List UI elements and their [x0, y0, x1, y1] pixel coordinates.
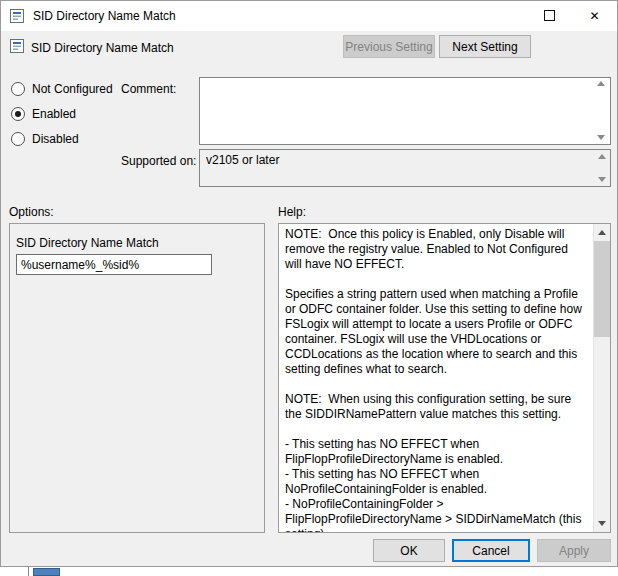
scroll-up-icon [598, 230, 606, 235]
cancel-button[interactable]: Cancel [452, 539, 530, 562]
radio-disabled-circle[interactable] [11, 132, 25, 146]
scroll-down-icon [598, 521, 606, 526]
radio-not-configured-label: Not Configured [32, 82, 113, 96]
supported-scroll-up-icon[interactable] [598, 154, 606, 159]
radio-enabled-label: Enabled [32, 107, 76, 121]
setting-title: SID Directory Name Match [31, 41, 174, 55]
title-bar: SID Directory Name Match ✕ [1, 1, 617, 31]
radio-not-configured[interactable]: Not Configured [11, 81, 113, 97]
window-title: SID Directory Name Match [33, 1, 176, 31]
supported-on-text: v2105 or later [206, 153, 279, 167]
previous-setting-button[interactable]: Previous Setting [343, 35, 435, 58]
radio-disabled-label: Disabled [32, 132, 79, 146]
help-text: NOTE: Once this policy is Enabled, only … [279, 224, 593, 532]
options-section-label: Options: [9, 205, 54, 219]
apply-button[interactable]: Apply [537, 539, 611, 562]
comment-input[interactable] [199, 77, 611, 145]
options-panel: SID Directory Name Match [9, 223, 265, 533]
radio-not-configured-circle[interactable] [11, 82, 25, 96]
help-scrollbar[interactable] [593, 224, 610, 532]
maximize-button[interactable] [527, 1, 572, 30]
background-table-border [28, 567, 29, 576]
comment-scroll-up-icon[interactable] [597, 81, 605, 86]
sid-directory-name-match-input[interactable] [16, 254, 212, 275]
scroll-down-button[interactable] [594, 515, 610, 532]
maximize-icon [544, 10, 555, 21]
background-window-fragment [0, 567, 618, 576]
supported-scroll-down-icon[interactable] [598, 177, 606, 182]
supported-on-label: Supported on: [121, 154, 196, 168]
ok-button[interactable]: OK [373, 539, 445, 562]
help-panel: NOTE: Once this policy is Enabled, only … [278, 223, 611, 533]
supported-on-value[interactable]: v2105 or later [199, 149, 611, 187]
radio-disabled[interactable]: Disabled [11, 131, 79, 147]
close-icon: ✕ [589, 10, 599, 22]
scroll-up-button[interactable] [594, 224, 610, 241]
scrollbar-thumb[interactable] [594, 241, 610, 337]
radio-enabled[interactable]: Enabled [11, 106, 76, 122]
policy-setting-icon [9, 38, 25, 54]
next-setting-button[interactable]: Next Setting [439, 35, 531, 58]
comment-label: Comment: [121, 82, 176, 96]
radio-enabled-circle[interactable] [11, 107, 25, 121]
background-selected-cell [33, 568, 60, 576]
options-field-label: SID Directory Name Match [16, 236, 159, 250]
window-icon [9, 8, 25, 24]
close-button[interactable]: ✕ [572, 1, 617, 30]
comment-scroll-down-icon[interactable] [597, 135, 605, 140]
policy-setting-dialog: SID Directory Name Match ✕ SID Directory… [0, 0, 618, 567]
help-section-label: Help: [278, 205, 306, 219]
